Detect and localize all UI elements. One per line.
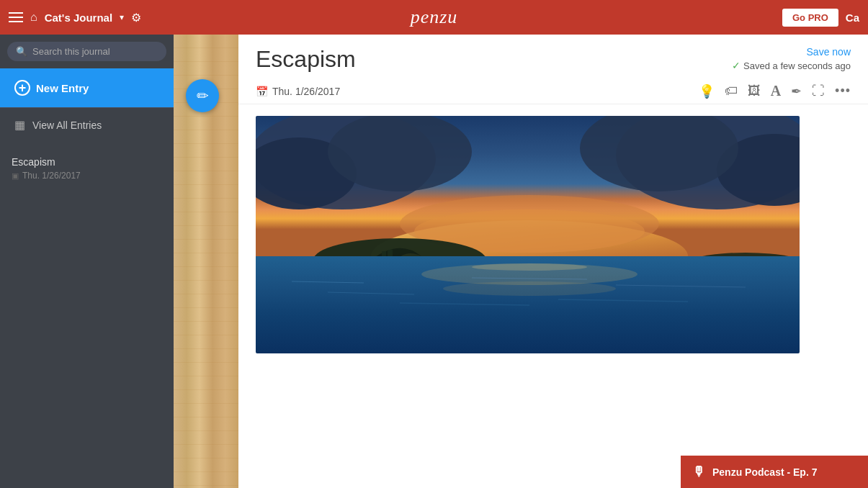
search-box: 🔍 [7,42,166,61]
font-icon[interactable]: A [771,83,781,99]
calendar-icon: 📅 [256,86,268,97]
svg-point-4 [328,116,472,191]
user-initial: Ca [846,12,859,24]
view-all-button[interactable]: ▦ View All Entries [0,107,174,142]
save-now-link[interactable]: Save now [732,46,851,58]
search-icon: 🔍 [16,46,27,57]
new-entry-label: New Entry [36,82,89,94]
toolbar-date: 📅 Thu. 1/26/2017 [256,86,696,97]
entry-item-date: ▣ Thu. 1/26/2017 [12,171,162,181]
check-icon: ✓ [732,60,741,71]
entry-title[interactable]: Escapism [256,46,356,73]
journal-title: Cat's Journal [45,12,112,24]
entry-image [256,116,800,353]
image-icon[interactable]: 🖼 [748,83,761,99]
search-container: 🔍 [0,35,174,68]
calendar-small-icon: ▣ [12,171,19,181]
penzu-logo: penzu [411,6,458,27]
save-area: Save now ✓ Saved a few seconds ago [732,46,851,71]
search-input[interactable] [32,46,158,57]
entry-image-container [256,116,800,353]
main-layout: 🔍 + New Entry ▦ View All Entries Escapis… [0,35,868,488]
more-options-icon[interactable]: ••• [835,83,851,99]
navbar-left: ⌂ Cat's Journal ▾ ⚙ [9,11,141,24]
podcast-label: Penzu Podcast - Ep. 7 [712,466,817,478]
svg-point-16 [443,281,616,296]
grid-icon: ▦ [14,118,25,132]
sidebar-entries: Escapism ▣ Thu. 1/26/2017 [0,142,174,195]
entry-item-title: Escapism [12,156,162,168]
hamburger-menu[interactable] [9,12,23,22]
navbar-right: Go PRO Ca [782,9,859,27]
sidebar: 🔍 + New Entry ▦ View All Entries Escapis… [0,35,174,488]
entry-date: Thu. 1/26/2017 [272,86,340,97]
fab-pencil-button[interactable]: ✏ [186,79,219,112]
gear-icon[interactable]: ⚙ [131,11,141,24]
toolbar-icons: 💡 🏷 🖼 A ✒ ⛶ ••• [699,83,851,99]
saved-status: ✓ Saved a few seconds ago [732,60,851,71]
tag-icon[interactable]: 🏷 [725,83,738,99]
expand-icon[interactable]: ⛶ [812,83,825,99]
list-item[interactable]: Escapism ▣ Thu. 1/26/2017 [0,149,174,188]
pen-nib-icon[interactable]: ✒ [791,83,802,99]
mood-icon[interactable]: 💡 [699,83,715,99]
entry-header: Escapism Save now ✓ Saved a few seconds … [238,35,868,78]
entry-area: Escapism Save now ✓ Saved a few seconds … [238,35,868,488]
new-entry-button[interactable]: + New Entry [0,68,174,107]
view-all-label: View All Entries [32,119,102,131]
navbar: ⌂ Cat's Journal ▾ ⚙ penzu Go PRO Ca [0,0,868,35]
pencil-icon: ✏ [197,87,209,104]
mic-icon: 🎙 [692,464,705,479]
entry-body [238,104,868,488]
podcast-bar[interactable]: 🎙 Penzu Podcast - Ep. 7 [681,456,868,488]
home-icon[interactable]: ⌂ [30,11,37,24]
go-pro-button[interactable]: Go PRO [782,9,838,27]
plus-icon: + [14,80,30,96]
svg-point-23 [472,263,587,271]
chevron-down-icon[interactable]: ▾ [120,12,124,22]
navbar-center: penzu [411,6,458,28]
entry-toolbar: 📅 Thu. 1/26/2017 💡 🏷 🖼 A ✒ ⛶ ••• [238,78,868,104]
